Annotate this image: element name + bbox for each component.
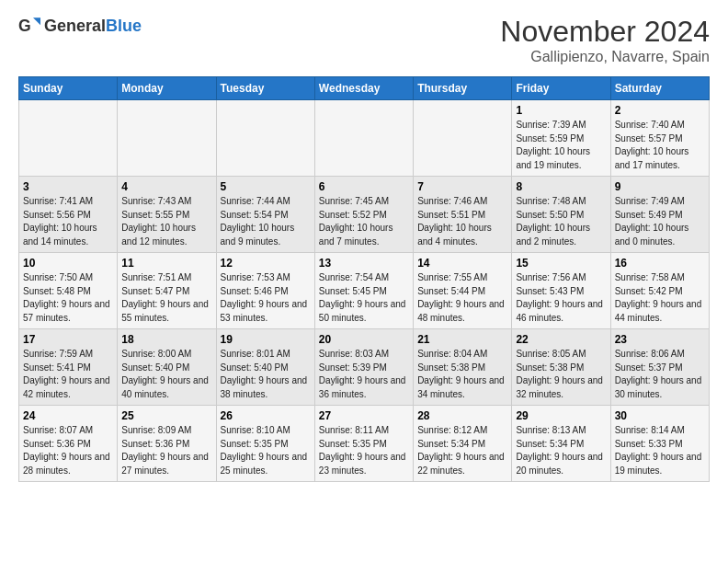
day-number: 29 (516, 409, 606, 422)
day-number: 17 (23, 333, 113, 346)
weekday-header-thursday: Thursday (414, 77, 512, 100)
title-block: November 2024 Gallipienzo, Navarre, Spai… (500, 15, 710, 65)
day-number: 24 (23, 409, 113, 422)
day-number: 9 (615, 180, 705, 193)
logo-general: General (44, 17, 106, 35)
day-info: Sunrise: 8:11 AM Sunset: 5:35 PM Dayligh… (319, 424, 409, 477)
day-number: 6 (319, 180, 409, 193)
day-info: Sunrise: 7:54 AM Sunset: 5:45 PM Dayligh… (319, 271, 409, 325)
day-info: Sunrise: 7:45 AM Sunset: 5:52 PM Dayligh… (319, 195, 409, 248)
calendar-cell (314, 100, 413, 177)
calendar-cell: 29Sunrise: 8:13 AM Sunset: 5:34 PM Dayli… (512, 406, 610, 482)
calendar-cell: 27Sunrise: 8:11 AM Sunset: 5:35 PM Dayli… (314, 406, 413, 482)
day-info: Sunrise: 7:56 AM Sunset: 5:43 PM Dayligh… (516, 271, 606, 325)
weekday-header-saturday: Saturday (610, 77, 709, 100)
calendar-cell (414, 100, 512, 177)
day-number: 4 (121, 180, 211, 193)
svg-text:G: G (18, 17, 31, 35)
calendar-week-row: 10Sunrise: 7:50 AM Sunset: 5:48 PM Dayli… (19, 253, 710, 329)
calendar-cell: 4Sunrise: 7:43 AM Sunset: 5:55 PM Daylig… (118, 177, 216, 253)
calendar-cell: 10Sunrise: 7:50 AM Sunset: 5:48 PM Dayli… (19, 253, 118, 329)
day-number: 15 (516, 257, 606, 270)
calendar-cell: 20Sunrise: 8:03 AM Sunset: 5:39 PM Dayli… (314, 329, 413, 406)
calendar-cell: 16Sunrise: 7:58 AM Sunset: 5:42 PM Dayli… (610, 253, 709, 329)
day-info: Sunrise: 8:10 AM Sunset: 5:35 PM Dayligh… (221, 424, 311, 477)
day-number: 2 (615, 104, 705, 117)
day-info: Sunrise: 7:55 AM Sunset: 5:44 PM Dayligh… (417, 271, 507, 325)
weekday-header-tuesday: Tuesday (216, 77, 314, 100)
day-info: Sunrise: 8:07 AM Sunset: 5:36 PM Dayligh… (23, 424, 113, 477)
day-info: Sunrise: 7:58 AM Sunset: 5:42 PM Dayligh… (615, 271, 705, 325)
day-number: 11 (121, 257, 211, 270)
day-number: 28 (417, 409, 507, 422)
calendar-cell: 23Sunrise: 8:06 AM Sunset: 5:37 PM Dayli… (610, 329, 709, 406)
calendar-cell: 2Sunrise: 7:40 AM Sunset: 5:57 PM Daylig… (610, 100, 709, 177)
day-number: 18 (121, 333, 211, 346)
calendar-cell: 6Sunrise: 7:45 AM Sunset: 5:52 PM Daylig… (314, 177, 413, 253)
day-info: Sunrise: 7:43 AM Sunset: 5:55 PM Dayligh… (121, 195, 211, 248)
day-number: 7 (417, 180, 507, 193)
day-number: 22 (516, 333, 606, 346)
weekday-header-monday: Monday (118, 77, 216, 100)
header: G GeneralBlue November 2024 Gallipienzo,… (18, 15, 710, 65)
calendar-week-row: 17Sunrise: 7:59 AM Sunset: 5:41 PM Dayli… (19, 329, 710, 406)
calendar-cell: 17Sunrise: 7:59 AM Sunset: 5:41 PM Dayli… (19, 329, 118, 406)
calendar-cell: 7Sunrise: 7:46 AM Sunset: 5:51 PM Daylig… (414, 177, 512, 253)
calendar-cell: 1Sunrise: 7:39 AM Sunset: 5:59 PM Daylig… (512, 100, 610, 177)
calendar-cell: 21Sunrise: 8:04 AM Sunset: 5:38 PM Dayli… (414, 329, 512, 406)
day-number: 25 (121, 409, 211, 422)
calendar-cell: 18Sunrise: 8:00 AM Sunset: 5:40 PM Dayli… (118, 329, 216, 406)
day-number: 20 (319, 333, 409, 346)
calendar-cell: 14Sunrise: 7:55 AM Sunset: 5:44 PM Dayli… (414, 253, 512, 329)
day-info: Sunrise: 7:40 AM Sunset: 5:57 PM Dayligh… (615, 119, 705, 172)
calendar-cell: 3Sunrise: 7:41 AM Sunset: 5:56 PM Daylig… (19, 177, 118, 253)
day-info: Sunrise: 8:13 AM Sunset: 5:34 PM Dayligh… (516, 424, 606, 477)
logo-icon: G (18, 15, 40, 37)
day-info: Sunrise: 8:04 AM Sunset: 5:38 PM Dayligh… (417, 348, 507, 401)
calendar-title: November 2024 (500, 15, 710, 49)
page-container: G GeneralBlue November 2024 Gallipienzo,… (0, 0, 728, 491)
day-info: Sunrise: 8:05 AM Sunset: 5:38 PM Dayligh… (516, 348, 606, 401)
calendar-cell (118, 100, 216, 177)
day-info: Sunrise: 8:14 AM Sunset: 5:33 PM Dayligh… (615, 424, 705, 477)
day-info: Sunrise: 8:01 AM Sunset: 5:40 PM Dayligh… (221, 348, 311, 401)
day-info: Sunrise: 8:06 AM Sunset: 5:37 PM Dayligh… (615, 348, 705, 401)
calendar-cell: 25Sunrise: 8:09 AM Sunset: 5:36 PM Dayli… (118, 406, 216, 482)
day-info: Sunrise: 8:03 AM Sunset: 5:39 PM Dayligh… (319, 348, 409, 401)
day-info: Sunrise: 8:00 AM Sunset: 5:40 PM Dayligh… (121, 348, 211, 401)
day-number: 10 (23, 257, 113, 270)
calendar-cell: 12Sunrise: 7:53 AM Sunset: 5:46 PM Dayli… (216, 253, 314, 329)
calendar-cell: 19Sunrise: 8:01 AM Sunset: 5:40 PM Dayli… (216, 329, 314, 406)
day-number: 1 (516, 104, 606, 117)
calendar-cell: 5Sunrise: 7:44 AM Sunset: 5:54 PM Daylig… (216, 177, 314, 253)
day-info: Sunrise: 8:09 AM Sunset: 5:36 PM Dayligh… (121, 424, 211, 477)
logo-blue: Blue (106, 17, 142, 35)
day-number: 21 (417, 333, 507, 346)
calendar-week-row: 1Sunrise: 7:39 AM Sunset: 5:59 PM Daylig… (19, 100, 710, 177)
calendar-cell: 26Sunrise: 8:10 AM Sunset: 5:35 PM Dayli… (216, 406, 314, 482)
calendar-cell: 9Sunrise: 7:49 AM Sunset: 5:49 PM Daylig… (610, 177, 709, 253)
day-number: 12 (221, 257, 311, 270)
calendar-cell: 22Sunrise: 8:05 AM Sunset: 5:38 PM Dayli… (512, 329, 610, 406)
day-info: Sunrise: 7:39 AM Sunset: 5:59 PM Dayligh… (516, 119, 606, 172)
day-number: 30 (615, 409, 705, 422)
day-info: Sunrise: 7:41 AM Sunset: 5:56 PM Dayligh… (23, 195, 113, 248)
day-number: 5 (221, 180, 311, 193)
calendar-cell (19, 100, 118, 177)
day-number: 23 (615, 333, 705, 346)
day-info: Sunrise: 7:49 AM Sunset: 5:49 PM Dayligh… (615, 195, 705, 248)
calendar-cell: 30Sunrise: 8:14 AM Sunset: 5:33 PM Dayli… (610, 406, 709, 482)
calendar-cell: 15Sunrise: 7:56 AM Sunset: 5:43 PM Dayli… (512, 253, 610, 329)
day-number: 19 (221, 333, 311, 346)
svg-marker-1 (33, 17, 40, 25)
calendar-cell (216, 100, 314, 177)
calendar-week-row: 3Sunrise: 7:41 AM Sunset: 5:56 PM Daylig… (19, 177, 710, 253)
logo: G GeneralBlue (18, 15, 142, 37)
calendar-week-row: 24Sunrise: 8:07 AM Sunset: 5:36 PM Dayli… (19, 406, 710, 482)
day-info: Sunrise: 7:44 AM Sunset: 5:54 PM Dayligh… (221, 195, 311, 248)
calendar-table: SundayMondayTuesdayWednesdayThursdayFrid… (18, 76, 710, 482)
calendar-cell: 28Sunrise: 8:12 AM Sunset: 5:34 PM Dayli… (414, 406, 512, 482)
day-info: Sunrise: 8:12 AM Sunset: 5:34 PM Dayligh… (417, 424, 507, 477)
weekday-header-wednesday: Wednesday (314, 77, 413, 100)
day-number: 26 (221, 409, 311, 422)
